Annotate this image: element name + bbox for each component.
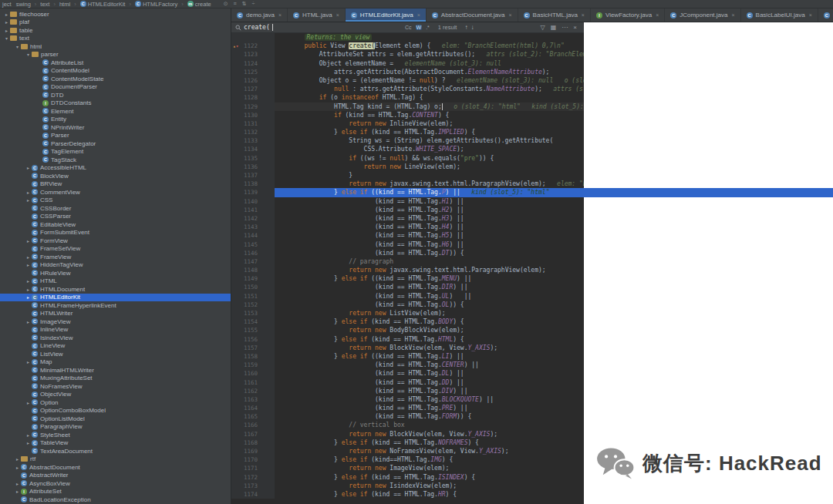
tree-item-TextAreaDocument[interactable]: CTextAreaDocument [0, 447, 231, 455]
tree-item-parser[interactable]: ▾parser [0, 51, 231, 59]
tree-item-AccessibleHTML[interactable]: ▸CAccessibleHTML [0, 164, 231, 173]
tree-toggle-icon[interactable]: ▸ [25, 440, 32, 445]
code-text[interactable]: } else if ((kind == HTML.Tag.P) || kind … [275, 188, 833, 197]
search-right-icons[interactable]: ▽▦⋯× [541, 24, 577, 31]
tree-item-ObjectView[interactable]: CObjectView [0, 391, 231, 399]
project-tree[interactable]: ▸filechooser▸plaf▸table▾text▾html▾parser… [0, 8, 231, 504]
tree-toggle-icon[interactable]: ▸ [25, 432, 32, 438]
find-bar[interactable]: create( CcW.* 1 result ↑↓ ▽▦⋯× [231, 22, 584, 33]
tree-item-HRuleView[interactable]: CHRuleView [0, 269, 231, 277]
tree-item-FrameView[interactable]: ▸CFrameView [0, 253, 231, 261]
next-match-icon[interactable]: ↓ [470, 24, 474, 31]
tab-BasicLabelUI.java[interactable]: CBasicLabelUI.java× [741, 8, 818, 22]
tree-toggle-icon[interactable]: ▸ [3, 28, 10, 33]
close-tab-icon[interactable]: × [336, 12, 339, 18]
tree-item-ParagraphView[interactable]: CParagraphView [0, 423, 231, 432]
tree-item-html[interactable]: ▾html [0, 42, 231, 51]
tree-item-FrameSetView[interactable]: CFrameSetView [0, 245, 231, 254]
tree-item-HTMLWriter[interactable]: CHTMLWriter [0, 310, 231, 318]
tree-item-Element[interactable]: CElement [0, 107, 231, 116]
tree-item-ParserDelegator[interactable]: CParserDelegator [0, 139, 231, 148]
tree-toggle-icon[interactable]: ▸ [25, 319, 32, 324]
breadcrumb-item-swing[interactable]: swing [16, 1, 31, 8]
crosshair-icon[interactable]: ⊙ [224, 1, 228, 7]
tree-item-AsyncBoxView[interactable]: ▸CAsyncBoxView [0, 479, 231, 488]
tab-Parser.java[interactable]: CParser.java× [818, 8, 833, 22]
close-tab-icon[interactable]: × [582, 12, 585, 18]
tree-toggle-icon[interactable]: ▸ [25, 278, 32, 284]
search-toggles[interactable]: CcW.* [404, 25, 430, 30]
tab-bar[interactable]: Cdemo.java×CHTML.java×CHTMLEditorKit.jav… [231, 8, 833, 22]
tab-AbstractDocument.java[interactable]: CAbstractDocument.java× [427, 8, 518, 22]
tree-item-FormView[interactable]: ▸CFormView [0, 237, 231, 245]
breadcrumb-item-HTMLEditorKit[interactable]: CHTMLEditorKit [80, 1, 126, 8]
tree-item-DocumentParser[interactable]: CDocumentParser [0, 83, 231, 92]
tree-item-MuxingAttributeSet[interactable]: CMuxingAttributeSet [0, 375, 231, 383]
tree-toggle-icon[interactable]: ▾ [3, 35, 10, 41]
tree-toggle-icon[interactable]: ▸ [25, 359, 32, 365]
tree-item-IsindexView[interactable]: CIsindexView [0, 334, 231, 342]
tree-item-Option[interactable]: ▸COption [0, 398, 231, 407]
tree-toggle-icon[interactable]: ▸ [25, 197, 32, 203]
breadcrumb-item-create[interactable]: mcreate [187, 1, 211, 8]
tree-item-HTMLFrameHyperlinkEvent[interactable]: CHTMLFrameHyperlinkEvent [0, 301, 231, 310]
tree-item-HTMLDocument[interactable]: ▸CHTMLDocument [0, 285, 231, 294]
tree-toggle-icon[interactable]: ▸ [25, 400, 32, 405]
tree-item-CSS[interactable]: ▸CCSS [0, 197, 231, 205]
tree-item-DTD[interactable]: CDTD [0, 91, 231, 99]
code-line[interactable]: 1139 } else if ((kind == HTML.Tag.P) || … [231, 188, 833, 197]
tree-item-NPrintWriter[interactable]: CNPrintWriter [0, 123, 231, 132]
tree-item-AbstractDocument[interactable]: ▸CAbstractDocument [0, 463, 231, 472]
tree-toggle-icon[interactable]: ▸ [14, 456, 21, 462]
tree-item-plaf[interactable]: ▸plaf [0, 18, 231, 27]
tree-toggle-icon[interactable]: ▸ [25, 165, 32, 170]
tree-item-ContentModel[interactable]: CContentModel [0, 67, 231, 76]
divider-icon[interactable]: ÷ [252, 1, 255, 7]
tab-demo.java[interactable]: Cdemo.java× [231, 8, 288, 22]
tree-item-TableView[interactable]: ▸CTableView [0, 439, 231, 448]
view-options-icon[interactable]: ▦ [551, 24, 557, 31]
tree-item-CommentView[interactable]: ▸CCommentView [0, 188, 231, 197]
tree-item-AttributeList[interactable]: CAttributeList [0, 59, 231, 67]
tree-item-CSSParser[interactable]: CCSSParser [0, 213, 231, 221]
tree-toggle-icon[interactable]: ▸ [25, 238, 32, 244]
tab-JComponent.java[interactable]: CJComponent.java× [665, 8, 740, 22]
tree-item-OptionComboBoxModel[interactable]: COptionComboBoxModel [0, 407, 231, 415]
close-tab-icon[interactable]: × [509, 12, 512, 18]
tree-item-ImageView[interactable]: ▸CImageView [0, 318, 231, 326]
tree-item-rtf[interactable]: ▸rtf [0, 455, 231, 464]
tree-item-BRView[interactable]: CBRView [0, 180, 231, 189]
tree-item-ContentModelState[interactable]: CContentModelState [0, 75, 231, 83]
tree-item-LineView[interactable]: CLineView [0, 342, 231, 351]
prev-match-icon[interactable]: ↑ [464, 24, 467, 31]
tree-item-Map[interactable]: ▸CMap [0, 358, 231, 367]
close-tab-icon[interactable]: × [417, 12, 420, 18]
tree-item-BadLocationException[interactable]: CBadLocationException [0, 496, 231, 504]
tree-toggle-icon[interactable]: ▸ [14, 465, 21, 470]
tree-item-BlockView[interactable]: CBlockView [0, 172, 231, 180]
breadcrumb-item-text[interactable]: text [40, 1, 49, 8]
tree-toggle-icon[interactable]: ▸ [14, 489, 21, 494]
breadcrumb-item-html[interactable]: html [59, 1, 70, 8]
close-tab-icon[interactable]: × [809, 12, 812, 18]
tree-toggle-icon[interactable]: ▸ [3, 19, 10, 25]
breadcrumb-item-HTMLFactory[interactable]: CHTMLFactory [135, 1, 177, 8]
tree-item-Entity[interactable]: CEntity [0, 116, 231, 124]
tree-item-HTML[interactable]: ▸CHTML [0, 277, 231, 286]
tree-item-EditableView[interactable]: CEditableView [0, 220, 231, 229]
more-icon[interactable]: ⋯ [562, 24, 568, 31]
tree-item-NoFramesView[interactable]: CNoFramesView [0, 382, 231, 391]
close-tab-icon[interactable]: × [656, 12, 659, 18]
close-search-icon[interactable]: × [573, 24, 577, 31]
tree-item-MinimalHTMLWriter[interactable]: CMinimalHTMLWriter [0, 366, 231, 375]
words-icon[interactable]: W [416, 25, 423, 30]
sort-icon[interactable]: ⇅ [242, 1, 247, 7]
tree-item-TagElement[interactable]: CTagElement [0, 148, 231, 156]
tree-toggle-icon[interactable]: ▾ [14, 44, 21, 49]
tree-toggle-icon[interactable]: ▸ [25, 254, 32, 260]
tree-item-HTMLEditorKit[interactable]: ▸CHTMLEditorKit [0, 294, 231, 302]
tree-toggle-icon[interactable]: ▸ [3, 12, 10, 17]
tree-item-filechooser[interactable]: ▸filechooser [0, 10, 231, 18]
tab-HTML.java[interactable]: CHTML.java× [288, 8, 346, 22]
close-tab-icon[interactable]: × [731, 12, 734, 18]
